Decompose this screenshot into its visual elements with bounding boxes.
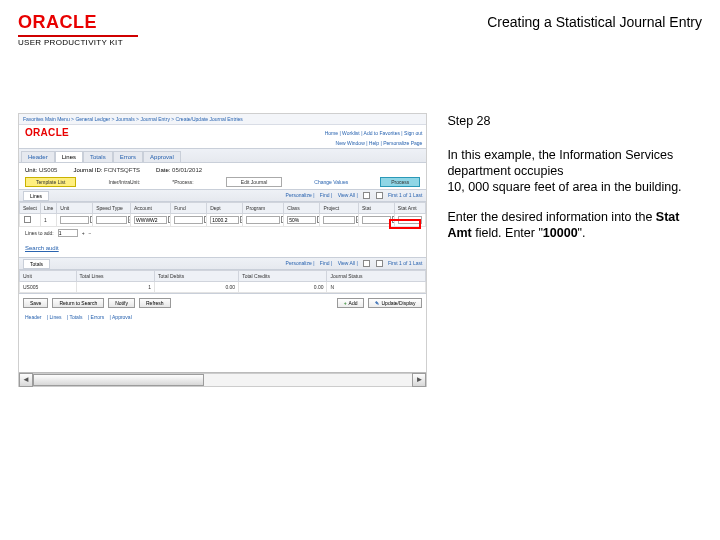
- app-subtoolbar[interactable]: New Window | Help | Personalize Page: [19, 140, 426, 148]
- oracle-wordmark: ORACLE: [18, 12, 97, 33]
- col-fund[interactable]: Fund: [171, 203, 207, 214]
- return-button[interactable]: Return to Search: [52, 298, 104, 308]
- col-stat[interactable]: Stat: [358, 203, 394, 214]
- product-name: USER PRODUCTIVITY KIT: [18, 38, 123, 47]
- page-title: Creating a Statistical Journal Entry: [487, 12, 702, 30]
- template-list-button[interactable]: Template List: [25, 177, 76, 187]
- remove-line-icon[interactable]: −: [89, 230, 92, 236]
- find-link[interactable]: Find: [320, 260, 330, 266]
- breadcrumb: Favorites Main Menu > General Ledger > J…: [23, 116, 243, 122]
- process-label: *Process:: [172, 179, 193, 185]
- cell-stat-input[interactable]: [362, 216, 391, 224]
- update-icon: ✎: [375, 300, 379, 306]
- personalize-link[interactable]: Personalize: [286, 192, 312, 198]
- date-value: 05/01/2012: [172, 167, 202, 173]
- cell-class-input[interactable]: [287, 216, 316, 224]
- col-dept[interactable]: Dept: [207, 203, 243, 214]
- footer-tab-links: Header | Lines | Totals | Errors | Appro…: [19, 312, 426, 322]
- save-button[interactable]: Save: [23, 298, 48, 308]
- unit-label: Unit:: [25, 167, 37, 173]
- instruction-text-2: Enter the desired information into the S…: [447, 209, 702, 241]
- journalid-label: Journal ID:: [73, 167, 102, 173]
- horizontal-scrollbar[interactable]: ◄ ►: [19, 372, 426, 386]
- col-select[interactable]: Select: [20, 203, 41, 214]
- row-count: First 1 of 1 Last: [388, 192, 422, 198]
- zoom-icon[interactable]: [363, 260, 370, 267]
- col-class[interactable]: Class: [284, 203, 320, 214]
- change-values-link[interactable]: Change Values: [314, 179, 348, 185]
- find-link[interactable]: Find: [320, 192, 330, 198]
- scroll-right-icon[interactable]: ►: [412, 373, 426, 387]
- lines-grid: Select Line Unit Speed Type Account Fund…: [19, 202, 426, 227]
- foot-totals[interactable]: Totals: [69, 314, 82, 320]
- cell-speedtype-input[interactable]: [96, 216, 127, 224]
- personalize-link[interactable]: Personalize: [286, 260, 312, 266]
- cell2-credits: 0.00: [239, 282, 327, 293]
- app-utility-links[interactable]: Home | Worklist | Add to Favorites | Sig…: [325, 130, 423, 136]
- update-display-button[interactable]: ✎Update/Display: [368, 298, 422, 308]
- tabs: Header Lines Totals Errors Approval: [19, 148, 426, 163]
- notify-button[interactable]: Notify: [108, 298, 135, 308]
- cell-project-input[interactable]: [323, 216, 355, 224]
- add-line-icon[interactable]: +: [82, 230, 85, 236]
- tab-header[interactable]: Header: [21, 151, 55, 162]
- scroll-thumb[interactable]: [33, 374, 204, 386]
- interunit-label: Inter/IntraUnit:: [109, 179, 141, 185]
- col-speedtype[interactable]: Speed Type: [93, 203, 131, 214]
- tab-errors[interactable]: Errors: [113, 151, 143, 162]
- table-row: US005 1 0.00 0.00 N: [20, 282, 426, 293]
- foot-errors[interactable]: Errors: [91, 314, 105, 320]
- download-icon[interactable]: [376, 260, 383, 267]
- tab-totals[interactable]: Totals: [83, 151, 113, 162]
- col-statamt[interactable]: Stat Amt: [394, 203, 426, 214]
- process-button[interactable]: Process: [380, 177, 420, 187]
- col2-unit[interactable]: Unit: [20, 271, 77, 282]
- lines-to-add-label: Lines to add:: [25, 230, 54, 236]
- foot-lines[interactable]: Lines: [49, 314, 61, 320]
- foot-approval[interactable]: Approval: [112, 314, 132, 320]
- cell-line: 1: [40, 214, 56, 227]
- col-unit[interactable]: Unit: [57, 203, 93, 214]
- instruction-text-1: In this example, the Information Service…: [447, 147, 702, 195]
- instruction-panel: Step 28 In this example, the Information…: [447, 113, 702, 387]
- col-account[interactable]: Account: [130, 203, 170, 214]
- totals-section-label: Totals: [23, 259, 50, 269]
- zoom-icon[interactable]: [363, 192, 370, 199]
- cell-fund-input[interactable]: [174, 216, 203, 224]
- add-button[interactable]: +Add: [337, 298, 365, 308]
- scroll-track[interactable]: [33, 373, 412, 387]
- viewall-link[interactable]: View All: [338, 192, 355, 198]
- lines-to-add-input[interactable]: [58, 229, 78, 237]
- logo-divider: [18, 35, 138, 37]
- cell2-unit: US005: [20, 282, 77, 293]
- tab-approval[interactable]: Approval: [143, 151, 181, 162]
- date-label: Date:: [156, 167, 170, 173]
- col-line[interactable]: Line: [40, 203, 56, 214]
- col2-credits[interactable]: Total Credits: [239, 271, 327, 282]
- entry-value: 10000: [543, 226, 578, 240]
- cell-account-input[interactable]: [134, 216, 167, 224]
- process-select[interactable]: Edit Journal: [226, 177, 282, 187]
- tab-lines[interactable]: Lines: [55, 151, 83, 162]
- viewall-link[interactable]: View All: [338, 260, 355, 266]
- cell-unit-input[interactable]: [60, 216, 89, 224]
- cell-dept-input[interactable]: [210, 216, 239, 224]
- cell2-status: N: [327, 282, 426, 293]
- lines-section-label: Lines: [23, 191, 49, 201]
- col-program[interactable]: Program: [243, 203, 284, 214]
- refresh-button[interactable]: Refresh: [139, 298, 171, 308]
- totals-grid-header: Totals Personalize | Find | View All | F…: [19, 257, 426, 270]
- scroll-left-icon[interactable]: ◄: [19, 373, 33, 387]
- totals-grid: Unit Total Lines Total Debits Total Cred…: [19, 270, 426, 293]
- lines-grid-header: Lines Personalize | Find | View All | Fi…: [19, 189, 426, 202]
- cell-program-input[interactable]: [246, 216, 280, 224]
- col2-debits[interactable]: Total Debits: [155, 271, 239, 282]
- row-checkbox[interactable]: [24, 216, 31, 223]
- download-icon[interactable]: [376, 192, 383, 199]
- col2-status[interactable]: Journal Status: [327, 271, 426, 282]
- col2-totallines[interactable]: Total Lines: [76, 271, 154, 282]
- plus-icon: +: [344, 300, 347, 306]
- search-audit-link[interactable]: Search audit: [19, 239, 65, 257]
- foot-header[interactable]: Header: [25, 314, 41, 320]
- col-project[interactable]: Project: [320, 203, 359, 214]
